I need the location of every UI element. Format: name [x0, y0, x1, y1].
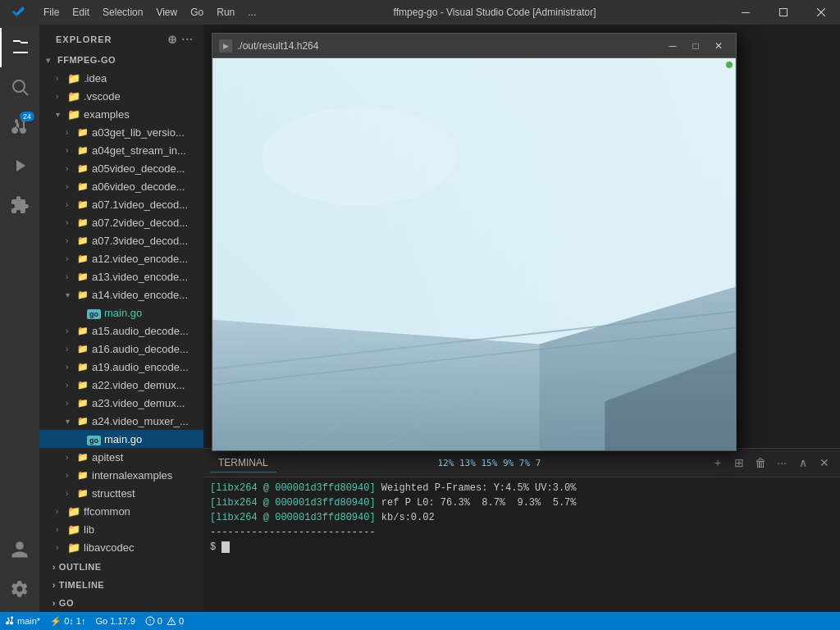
tree-item-a13[interactable]: › 📁 a13.video_encode... — [39, 267, 203, 285]
activity-extensions[interactable] — [0, 185, 39, 225]
tree-item-examples[interactable]: ▾ 📁 examples — [39, 105, 203, 123]
tree-item-apitest[interactable]: › 📁 apitest — [39, 448, 203, 466]
new-file-icon[interactable]: ⊕ — [167, 33, 178, 46]
status-branch[interactable]: main* — [0, 612, 45, 630]
tree-item-a04[interactable]: › 📁 a04get_stream_in... — [39, 141, 203, 159]
activity-settings[interactable] — [0, 569, 39, 609]
terminal-line-3: [libx264 @ 000001d3ffd80940] kb/s:0.02 — [210, 510, 833, 525]
activity-run[interactable] — [0, 146, 39, 185]
menu-view[interactable]: View — [149, 0, 184, 25]
terminal-actions: + ⊞ 🗑 ··· ∧ ✕ — [709, 454, 833, 472]
minimize-button[interactable] — [727, 0, 765, 25]
tree-item-a16[interactable]: › 📁 a16.audio_decode... — [39, 340, 203, 358]
main-area: 24 EXPLORER ⊕ ··· ▾ — [0, 25, 840, 612]
tree-item-a24[interactable]: ▾ 📁 a24.video_muxer_... — [39, 412, 203, 430]
activity-bar: 24 — [0, 25, 39, 612]
tree-item-a23[interactable]: › 📁 a23.video_demux... — [39, 394, 203, 412]
menu-selection[interactable]: Selection — [96, 0, 149, 25]
maximize-button[interactable] — [765, 0, 802, 25]
activity-explorer[interactable] — [0, 28, 39, 67]
tree-item-libavcodec[interactable]: › 📁 libavcodec — [39, 538, 203, 556]
svg-point-4 — [13, 80, 25, 92]
explorer-title: EXPLORER — [56, 34, 112, 44]
menu-edit[interactable]: Edit — [66, 0, 96, 25]
terminal-collapse-btn[interactable]: ∧ — [794, 454, 812, 472]
tree-item-a05[interactable]: › 📁 a05video_decode... — [39, 159, 203, 177]
sidebar-header-actions: ⊕ ··· — [167, 33, 194, 46]
video-window: ▶ ./out/result14.h264 ─ □ ✕ — [212, 33, 737, 451]
status-go-version[interactable]: Go 1.17.9 — [90, 612, 139, 630]
more-actions-icon[interactable]: ··· — [181, 33, 194, 46]
outline-section[interactable]: › OUTLINE — [39, 558, 203, 576]
video-window-title: ./out/result14.h264 — [237, 40, 662, 52]
menu-run[interactable]: Run — [210, 0, 241, 25]
svg-point-20 — [171, 623, 171, 624]
title-bar: File Edit Selection View Go Run ... ffmp… — [0, 0, 840, 25]
tree-item-a06[interactable]: › 📁 a06video_decode... — [39, 177, 203, 195]
tree-item-a14-main-go[interactable]: go main.go — [39, 304, 203, 322]
menu-file[interactable]: File — [37, 0, 66, 25]
video-titlebar: ▶ ./out/result14.h264 ─ □ ✕ — [212, 34, 736, 58]
sidebar-header: EXPLORER ⊕ ··· — [39, 25, 203, 51]
tree-item-vscode[interactable]: › 📁 .vscode — [39, 87, 203, 105]
timeline-section[interactable]: › TIMELINE — [39, 576, 203, 594]
terminal-tabs-bar: TERMINAL 12% 13% 15% 9% 7% 7 + ⊞ 🗑 ··· ∧… — [203, 449, 840, 477]
tree-item-a072[interactable]: › 📁 a07.2video_decod... — [39, 213, 203, 231]
menu-go[interactable]: Go — [184, 0, 210, 25]
video-canvas — [212, 58, 736, 450]
menu-more[interactable]: ... — [241, 0, 262, 25]
status-sync[interactable]: ⚡ 0↕ 1↑ — [45, 612, 90, 630]
tree-item-a03[interactable]: › 📁 a03get_lib_versio... — [39, 123, 203, 141]
activity-source-control[interactable]: 24 — [0, 107, 39, 146]
video-close-btn[interactable]: ✕ — [708, 37, 729, 55]
terminal-split-btn[interactable]: ⊞ — [730, 454, 748, 472]
tree-item-lib[interactable]: › 📁 lib — [39, 520, 203, 538]
svg-rect-0 — [742, 12, 750, 13]
svg-point-11 — [262, 107, 458, 206]
tree-item-internalexamples[interactable]: › 📁 internalexamples — [39, 466, 203, 484]
tree-item-a073[interactable]: › 📁 a07.3video_decod... — [39, 231, 203, 249]
terminal-panel: TERMINAL 12% 13% 15% 9% 7% 7 + ⊞ 🗑 ··· ∧… — [203, 448, 840, 612]
terminal-line-1: [libx264 @ 000001d3ffd80940] Weighted P-… — [210, 481, 833, 495]
video-file-icon: ▶ — [219, 39, 232, 52]
vscode-logo — [0, 5, 37, 20]
tree-item-a24-main-go[interactable]: go main.go — [39, 430, 203, 448]
tree-item-a071[interactable]: › 📁 a07.1video_decod... — [39, 195, 203, 213]
tree-item-a15[interactable]: › 📁 a15.audio_decode... — [39, 322, 203, 340]
video-minimize-btn[interactable]: ─ — [662, 37, 683, 55]
tree-item-structtest[interactable]: › 📁 structtest — [39, 484, 203, 502]
terminal-close-btn[interactable]: ✕ — [815, 454, 833, 472]
explorer-tree: ▾ FFMPEG-GO › 📁 .idea › 📁 .vscode ▾ 📁 ex… — [39, 51, 203, 558]
status-errors[interactable]: 0 0 — [140, 612, 189, 630]
activity-bar-bottom — [0, 530, 39, 612]
activity-search[interactable] — [0, 67, 39, 107]
menu-bar: File Edit Selection View Go Run ... — [37, 0, 262, 25]
activity-accounts[interactable] — [0, 530, 39, 569]
terminal-more-btn[interactable]: ··· — [773, 454, 791, 472]
svg-point-18 — [149, 623, 150, 623]
tree-item-a14[interactable]: ▾ 📁 a14.video_encode... — [39, 285, 203, 304]
tree-item-ffcommon[interactable]: › 📁 ffcommon — [39, 502, 203, 520]
terminal-content[interactable]: [libx264 @ 000001d3ffd80940] Weighted P-… — [203, 477, 840, 612]
tree-item-a19[interactable]: › 📁 a19.audio_encode... — [39, 358, 203, 376]
svg-rect-1 — [780, 9, 788, 16]
terminal-line-2: [libx264 @ 000001d3ffd80940] ref P L0: 7… — [210, 495, 833, 510]
svg-line-5 — [24, 91, 29, 96]
editor-area: ▶ ./out/result14.h264 ─ □ ✕ — [203, 25, 840, 612]
terminal-add-btn[interactable]: + — [709, 454, 727, 472]
tree-item-a12[interactable]: › 📁 a12.video_encode... — [39, 249, 203, 267]
terminal-cursor — [221, 541, 229, 553]
source-control-badge: 24 — [20, 112, 34, 121]
status-bar: main* ⚡ 0↕ 1↑ Go 1.17.9 0 0 — [0, 612, 840, 630]
project-root[interactable]: ▾ FFMPEG-GO — [39, 51, 203, 69]
tree-item-a22[interactable]: › 📁 a22.video_demux... — [39, 376, 203, 394]
terminal-trash-btn[interactable]: 🗑 — [751, 454, 769, 472]
go-section[interactable]: › GO — [39, 594, 203, 612]
terminal-tab[interactable]: TERMINAL — [210, 454, 276, 472]
window-title: ffmpeg-go - Visual Studio Code [Administ… — [262, 7, 727, 18]
tree-item-idea[interactable]: › 📁 .idea — [39, 69, 203, 87]
terminal-stats: 12% 13% 15% 9% 7% 7 — [437, 458, 547, 468]
terminal-line-4: ---------------------------- — [210, 525, 833, 540]
close-button[interactable] — [802, 0, 840, 25]
video-maximize-btn[interactable]: □ — [685, 37, 706, 55]
